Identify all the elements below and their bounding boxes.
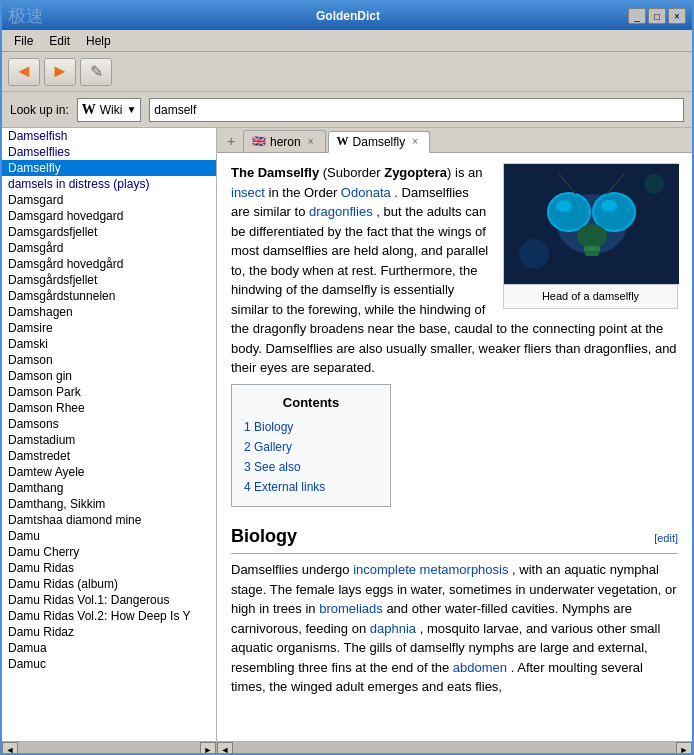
word-item[interactable]: Damson gin xyxy=(2,368,216,384)
tab-label-heron: heron xyxy=(270,135,301,149)
scroll-track xyxy=(18,742,200,755)
link-metamorphosis[interactable]: incomplete metamorphosis xyxy=(353,562,508,577)
word-item[interactable]: Damtew Ayele xyxy=(2,464,216,480)
close-button[interactable]: × xyxy=(668,8,686,24)
forward-button[interactable]: ► xyxy=(44,58,76,86)
word-list[interactable]: DamselfishDamselfliesDamselflydamsels in… xyxy=(2,128,216,741)
article-scroll-left-button[interactable]: ◄ xyxy=(217,742,233,756)
link-daphnia[interactable]: daphnia xyxy=(370,621,416,636)
menu-help[interactable]: Help xyxy=(78,32,119,50)
link-bromeliads[interactable]: bromeliads xyxy=(319,601,383,616)
horizontal-scrollbar[interactable]: ◄ ► xyxy=(2,741,216,755)
svg-point-8 xyxy=(577,224,607,248)
word-item[interactable]: Damu Cherry xyxy=(2,544,216,560)
word-item[interactable]: Damsgård xyxy=(2,240,216,256)
word-item[interactable]: Damsgardsfjellet xyxy=(2,224,216,240)
tab-label-damselfly: Damselfly xyxy=(353,135,406,149)
contents-item-1[interactable]: 1 Biology xyxy=(244,418,378,436)
tab-close-heron[interactable]: × xyxy=(305,135,317,148)
image-caption: Head of a damselfly xyxy=(504,284,677,308)
article-horizontal-scrollbar[interactable]: ◄ ► xyxy=(217,741,692,755)
back-button[interactable]: ◄ xyxy=(8,58,40,86)
menu-edit[interactable]: Edit xyxy=(41,32,78,50)
word-item[interactable]: Damselfly xyxy=(2,160,216,176)
svg-point-13 xyxy=(519,239,549,269)
word-item[interactable]: Damuc xyxy=(2,656,216,672)
menu-bar: File Edit Help xyxy=(2,30,692,52)
word-item[interactable]: Damu xyxy=(2,528,216,544)
svg-point-14 xyxy=(644,174,664,194)
link-abdomen[interactable]: abdomen xyxy=(453,660,507,675)
edit-link[interactable]: [edit] xyxy=(654,530,678,547)
add-tab-button[interactable]: + xyxy=(221,131,241,151)
word-item[interactable]: Damu Ridas Vol.1: Dangerous xyxy=(2,592,216,608)
biology-section-heading: Biology [edit] xyxy=(231,523,678,554)
article-title-inline: The Damselfly xyxy=(231,165,319,180)
tab-flag-heron: 🇬🇧 xyxy=(252,135,266,148)
chevron-down-icon: ▼ xyxy=(126,104,136,115)
word-item[interactable]: Damsire xyxy=(2,320,216,336)
word-item[interactable]: Damstredet xyxy=(2,448,216,464)
search-input[interactable] xyxy=(149,98,684,122)
word-item[interactable]: Damu Ridas Vol.2: How Deep Is Y xyxy=(2,608,216,624)
wiki-icon: W xyxy=(82,102,96,118)
word-item[interactable]: Damthang xyxy=(2,480,216,496)
tabs-bar: + 🇬🇧 heron × W Damselfly × xyxy=(217,128,692,153)
window: 极速 GoldenDict _ □ × File Edit Help ◄ ► ✎… xyxy=(0,0,694,755)
svg-point-5 xyxy=(594,194,634,230)
word-item[interactable]: Damsgårdsfjellet xyxy=(2,272,216,288)
biology-heading-text: Biology xyxy=(231,523,297,550)
link-insect[interactable]: insect xyxy=(231,185,265,200)
word-item[interactable]: Damsgard xyxy=(2,192,216,208)
tab-flag-damselfly: W xyxy=(337,134,349,149)
scroll-left-button[interactable]: ◄ xyxy=(2,742,18,756)
intro-text2: in the Order xyxy=(269,185,341,200)
title-bar: 极速 GoldenDict _ □ × xyxy=(2,2,692,30)
word-item[interactable]: Damsgårdstunnelen xyxy=(2,288,216,304)
word-item[interactable]: Damsgård hovedgård xyxy=(2,256,216,272)
contents-item-3[interactable]: 3 See also xyxy=(244,458,378,476)
word-item[interactable]: Damshagen xyxy=(2,304,216,320)
word-item[interactable]: Damthang, Sikkim xyxy=(2,496,216,512)
svg-rect-10 xyxy=(585,251,599,256)
word-item[interactable]: Damselfish xyxy=(2,128,216,144)
right-panel: + 🇬🇧 heron × W Damselfly × xyxy=(217,128,692,755)
word-item[interactable]: Damu Ridaz xyxy=(2,624,216,640)
window-controls: _ □ × xyxy=(628,8,686,24)
article-area[interactable]: Head of a damselfly The Damselfly (Subor… xyxy=(217,153,692,741)
word-item[interactable]: Damtshaa diamond mine xyxy=(2,512,216,528)
article-scroll-track xyxy=(233,742,676,755)
word-item[interactable]: Damsgard hovedgard xyxy=(2,208,216,224)
lookup-source-select[interactable]: W Wiki ▼ xyxy=(77,98,142,122)
article-scroll-right-button[interactable]: ► xyxy=(676,742,692,756)
word-item[interactable]: Damselflies xyxy=(2,144,216,160)
back-icon: ◄ xyxy=(15,61,33,82)
word-item[interactable]: Damu Ridas xyxy=(2,560,216,576)
word-item[interactable]: Damski xyxy=(2,336,216,352)
link-odonata[interactable]: Odonata xyxy=(341,185,391,200)
damselfly-image xyxy=(504,164,679,284)
scroll-right-button[interactable]: ► xyxy=(200,742,216,756)
word-item[interactable]: Damson Rhee xyxy=(2,400,216,416)
contents-item-2[interactable]: 2 Gallery xyxy=(244,438,378,456)
tab-heron[interactable]: 🇬🇧 heron × xyxy=(243,130,326,152)
tab-damselfly[interactable]: W Damselfly × xyxy=(328,131,431,153)
word-item[interactable]: Damson Park xyxy=(2,384,216,400)
word-item[interactable]: Damson xyxy=(2,352,216,368)
svg-point-7 xyxy=(601,200,617,212)
menu-file[interactable]: File xyxy=(6,32,41,50)
link-dragonflies[interactable]: dragonflies xyxy=(309,204,373,219)
word-item[interactable]: damsels in distress (plays) xyxy=(2,176,216,192)
main-content: DamselfishDamselfliesDamselflydamsels in… xyxy=(2,128,692,755)
word-item[interactable]: Damua xyxy=(2,640,216,656)
scan-button[interactable]: ✎ xyxy=(80,58,112,86)
minimize-button[interactable]: _ xyxy=(628,8,646,24)
tab-close-damselfly[interactable]: × xyxy=(409,135,421,148)
word-item[interactable]: Damsons xyxy=(2,416,216,432)
lookup-bar: Look up in: W Wiki ▼ xyxy=(2,92,692,128)
word-item[interactable]: Damu Ridas (album) xyxy=(2,576,216,592)
contents-item-4[interactable]: 4 External links xyxy=(244,478,378,496)
maximize-button[interactable]: □ xyxy=(648,8,666,24)
svg-point-6 xyxy=(556,200,572,212)
word-item[interactable]: Damstadium xyxy=(2,432,216,448)
